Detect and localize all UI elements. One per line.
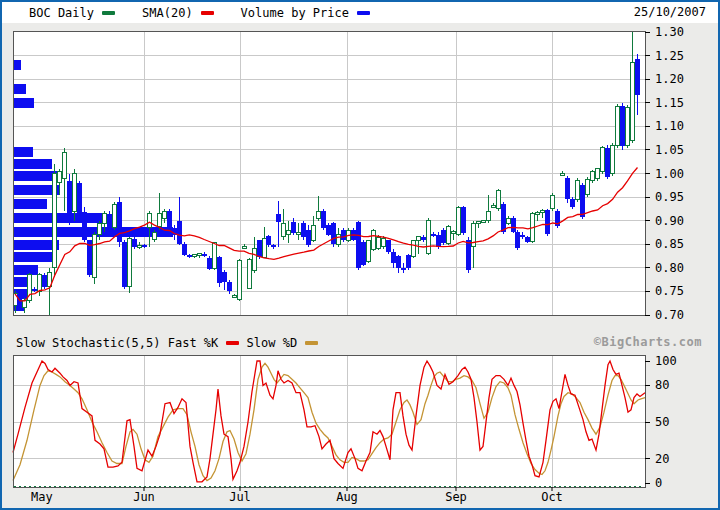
month-label: Oct xyxy=(541,490,563,504)
price-axis-label: 1.25 xyxy=(655,49,684,63)
chart-legend-bar: BOC Daily SMA(20) Volume by Price 25/10/… xyxy=(2,2,718,23)
bigcharts-copyright: ©BigCharts.com xyxy=(594,335,702,349)
stochastic-axis-label: 80 xyxy=(655,378,669,392)
main-price-panel: 1.301.251.201.151.101.051.000.950.900.85… xyxy=(13,25,684,322)
slow-d-swatch-icon xyxy=(305,341,318,345)
candlesticks xyxy=(13,32,640,315)
price-axis-label: 0.80 xyxy=(655,261,684,275)
spacer xyxy=(239,336,246,350)
month-label: Jun xyxy=(133,490,155,504)
stochastic-title: Slow Stochastic(5,5) xyxy=(16,336,161,350)
price-axis-label: 1.20 xyxy=(655,72,684,86)
price-and-stochastic-chart: 1.301.251.201.151.101.051.000.950.900.85… xyxy=(2,2,718,508)
spacer xyxy=(161,336,168,350)
fast-k-line xyxy=(13,361,645,482)
volume-by-price-bars xyxy=(14,60,173,311)
sma-label: SMA(20) xyxy=(142,6,193,20)
chart-date: 25/10/2007 xyxy=(634,5,706,19)
month-axis: MayJunJulAugSepOct xyxy=(31,487,563,504)
volume-series-swatch-icon xyxy=(357,11,370,15)
price-axis-label: 1.15 xyxy=(655,96,684,110)
slow-d-label: Slow %D xyxy=(247,336,298,350)
stochastic-axis-label: 20 xyxy=(655,452,669,466)
price-axis-label: 0.90 xyxy=(655,214,684,228)
price-axis-label: 1.00 xyxy=(655,167,684,181)
candle-series-swatch-icon xyxy=(102,11,115,15)
symbol-daily-label: BOC Daily xyxy=(29,6,94,20)
stochastic-axis-label: 50 xyxy=(655,415,669,429)
month-label: May xyxy=(31,490,53,504)
price-axis-label: 0.95 xyxy=(655,190,684,204)
price-axis-label: 1.10 xyxy=(655,119,684,133)
month-label: Jul xyxy=(229,490,251,504)
month-label: Sep xyxy=(445,490,467,504)
price-axis-label: 0.85 xyxy=(655,237,684,251)
price-axis-label: 0.75 xyxy=(655,284,684,298)
stochastic-panel: 1008050200 xyxy=(13,354,677,490)
fast-k-swatch-icon xyxy=(226,341,239,345)
price-axis-label: 1.30 xyxy=(655,25,684,39)
bigcharts-chart-window: BOC Daily SMA(20) Volume by Price 25/10/… xyxy=(0,0,720,510)
legend-item-sma: SMA(20) xyxy=(142,6,214,20)
stochastic-axis-label: 100 xyxy=(655,354,677,368)
sma-series-swatch-icon xyxy=(201,11,214,15)
sma-line xyxy=(15,168,638,301)
volume-by-price-label: Volume by Price xyxy=(241,6,349,20)
fast-k-label: Fast %K xyxy=(168,336,219,350)
price-axis-label: 1.05 xyxy=(655,143,684,157)
price-axis-label: 0.70 xyxy=(655,308,684,322)
legend-item-symbol: BOC Daily xyxy=(29,6,115,20)
stochastic-legend-bar: Slow Stochastic(5,5) Fast %K Slow %D xyxy=(16,336,318,350)
slow-d-line xyxy=(13,363,645,480)
stochastic-axis-label: 0 xyxy=(655,476,662,490)
legend-item-volume-by-price: Volume by Price xyxy=(241,6,370,20)
month-label: Aug xyxy=(336,490,358,504)
